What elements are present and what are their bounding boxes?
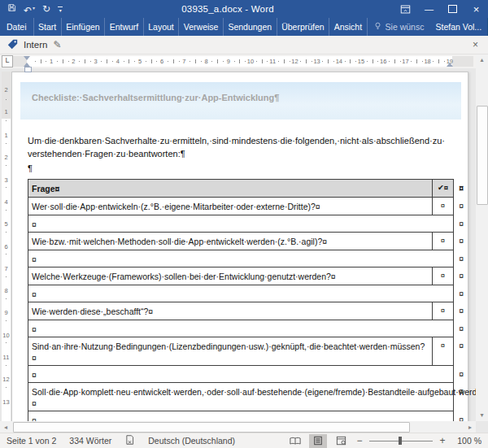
horizontal-ruler[interactable]: 12345678910111213141516171819	[13, 56, 473, 67]
undo-button[interactable]: ↶ ▾	[24, 0, 35, 20]
scroll-right-icon[interactable]: ▸	[464, 421, 476, 433]
table-row[interactable]: ¤¤	[28, 366, 453, 383]
tab-sendungen[interactable]: Sendungen	[224, 18, 277, 36]
table-row[interactable]: Soll·die·App·komplett·neu·entwickelt·wer…	[28, 383, 453, 411]
ruler-tick	[389, 61, 390, 62]
ruler-tick: 6	[160, 58, 163, 65]
question-cell[interactable]: Welche·Werkzeuge·(Frameworks)·sollen·bei…	[28, 267, 432, 285]
customize-qat-icon[interactable]: ▾	[58, 7, 63, 12]
scroll-left-icon[interactable]: ◂	[0, 421, 11, 433]
ruler-tick	[6, 320, 7, 321]
maximize-button[interactable]	[441, 0, 464, 18]
sensitivity-label: Intern	[24, 40, 47, 50]
proofing-errors-icon[interactable]	[124, 434, 135, 447]
check-cell[interactable]: ¤	[432, 302, 453, 320]
word-count[interactable]: 334 Wörter	[69, 436, 111, 446]
intro-paragraph[interactable]: Um·die·denkbaren·Sachverhalte·zu·ermitte…	[28, 134, 463, 160]
vertical-scrollbar[interactable]: ▴ ▾	[476, 54, 488, 421]
question-cell[interactable]: Sind·an·ihre·Nutzung·Bedingungen·(Lizenz…	[28, 337, 432, 365]
ruler-tick	[201, 61, 202, 62]
table-row[interactable]: ¤¤	[28, 215, 453, 233]
scroll-up-icon[interactable]: ▴	[476, 54, 488, 66]
tell-me-box[interactable]: Sie wünsc	[368, 18, 430, 36]
end-of-row-marker: ¤	[459, 341, 464, 350]
account-name[interactable]: Stefan Vol...	[429, 18, 487, 36]
vertical-ruler[interactable]: 2112345678910111213	[2, 72, 11, 421]
read-mode-icon[interactable]	[286, 434, 304, 448]
tab-ueberpruefen[interactable]: Überprüfen	[277, 18, 330, 36]
tab-einfuegen[interactable]: Einfügen	[62, 18, 105, 36]
ruler-tick	[6, 120, 7, 121]
empty-cell[interactable]: ¤	[28, 366, 453, 382]
window-title: 03935_a.docx - Word	[98, 4, 358, 14]
tab-verweise[interactable]: Verweise	[179, 18, 224, 36]
ruler-tick	[107, 59, 107, 63]
ruler-tick	[312, 61, 312, 62]
left-indent-marker[interactable]	[24, 67, 32, 72]
print-layout-icon[interactable]	[309, 434, 327, 448]
horizontal-scrollbar[interactable]: ◂ ▸	[0, 421, 476, 433]
table-row[interactable]: Wer·soll·die·App·entwickeln·(z.°B.·eigen…	[28, 198, 453, 215]
table-header-row[interactable]: Frage¤ ✔¤ ¤	[28, 180, 453, 198]
language-indicator[interactable]: Deutsch (Deutschland)	[148, 436, 235, 446]
table-row[interactable]: Wie·werden·diese·„beschafft“?¤¤¤	[28, 302, 453, 320]
check-cell[interactable]: ¤	[432, 198, 453, 215]
document-heading[interactable]: Checkliste:·Sachverhaltsermittlung·zur·A…	[32, 93, 279, 102]
ruler-tick	[306, 59, 307, 63]
table-row[interactable]: Wie·bzw.·mit·welchen·Methoden·soll·die·A…	[28, 233, 453, 250]
check-cell[interactable]: ¤	[432, 267, 453, 285]
undo-dropdown-icon[interactable]: ▾	[33, 0, 35, 20]
horizontal-scroll-thumb[interactable]	[13, 422, 410, 433]
question-cell[interactable]: Wer·soll·die·App·entwickeln·(z.°B.·eigen…	[28, 198, 432, 215]
check-cell[interactable]: ¤	[432, 337, 453, 365]
table-row[interactable]: ¤¤	[28, 320, 453, 337]
question-cell[interactable]: Wie·werden·diese·„beschafft“?¤	[28, 302, 432, 320]
zoom-out-button[interactable]: −	[355, 435, 364, 446]
ribbon-display-options-icon[interactable]	[394, 0, 417, 18]
ruler-tick	[422, 61, 423, 62]
tab-datei[interactable]: Datei	[0, 18, 34, 36]
empty-cell[interactable]: ¤	[28, 285, 453, 302]
table-row[interactable]: ¤¤	[28, 411, 453, 421]
page-indicator[interactable]: Seite 1 von 2	[7, 436, 56, 446]
zoom-slider-thumb[interactable]	[399, 437, 402, 445]
scroll-down-icon[interactable]: ▾	[476, 409, 488, 421]
ruler-tick: 12	[291, 58, 298, 65]
save-icon[interactable]	[7, 0, 16, 18]
tab-ansicht[interactable]: Ansicht	[329, 18, 367, 36]
vertical-scroll-thumb[interactable]	[477, 106, 488, 205]
redo-icon[interactable]: ↻	[42, 0, 50, 18]
tab-layout[interactable]: Layout	[144, 18, 180, 36]
question-cell[interactable]: Soll·die·App·komplett·neu·entwickelt·wer…	[28, 383, 476, 411]
table-header-question[interactable]: Frage¤	[28, 180, 432, 197]
tab-entwurf[interactable]: Entwurf	[105, 18, 144, 36]
edit-sensitivity-icon[interactable]: ✎	[53, 39, 61, 50]
table-header-check[interactable]: ✔¤	[432, 180, 453, 197]
tab-stop-selector[interactable]: L	[2, 55, 13, 67]
end-of-row-marker: ¤	[459, 236, 464, 246]
ruler-tick	[6, 232, 7, 233]
question-cell[interactable]: Wie·bzw.·mit·welchen·Methoden·soll·die·A…	[28, 233, 432, 250]
table-row[interactable]: ¤¤	[28, 285, 453, 302]
empty-cell[interactable]: ¤	[28, 320, 453, 337]
minimize-button[interactable]: —	[417, 0, 441, 18]
close-button[interactable]: ×	[464, 0, 488, 18]
table-row[interactable]: Welche·Werkzeuge·(Frameworks)·sollen·bei…	[28, 267, 453, 285]
empty-paragraph-mark[interactable]: ¶	[28, 163, 33, 173]
document-page[interactable]: Checkliste:·Sachverhaltsermittlung·zur·A…	[11, 72, 468, 421]
empty-cell[interactable]: ¤	[28, 215, 453, 232]
tab-start[interactable]: Start	[34, 18, 62, 36]
zoom-in-button[interactable]: +	[438, 435, 447, 446]
ruler-tick	[345, 61, 346, 62]
empty-cell[interactable]: ¤	[28, 250, 453, 267]
table-row[interactable]: ¤¤	[28, 250, 453, 267]
empty-cell[interactable]: ¤	[28, 411, 453, 421]
first-line-indent-marker[interactable]	[24, 56, 30, 60]
header-banner[interactable]: Checkliste:·Sachverhaltsermittlung·zur·A…	[20, 82, 461, 120]
zoom-percentage[interactable]: 100 %	[452, 436, 481, 446]
table-row[interactable]: Sind·an·ihre·Nutzung·Bedingungen·(Lizenz…	[28, 337, 453, 366]
zoom-slider[interactable]	[369, 436, 433, 446]
check-cell[interactable]: ¤	[432, 233, 453, 250]
sensitivity-close-icon[interactable]: ×	[473, 39, 481, 50]
web-layout-icon[interactable]	[332, 434, 350, 448]
